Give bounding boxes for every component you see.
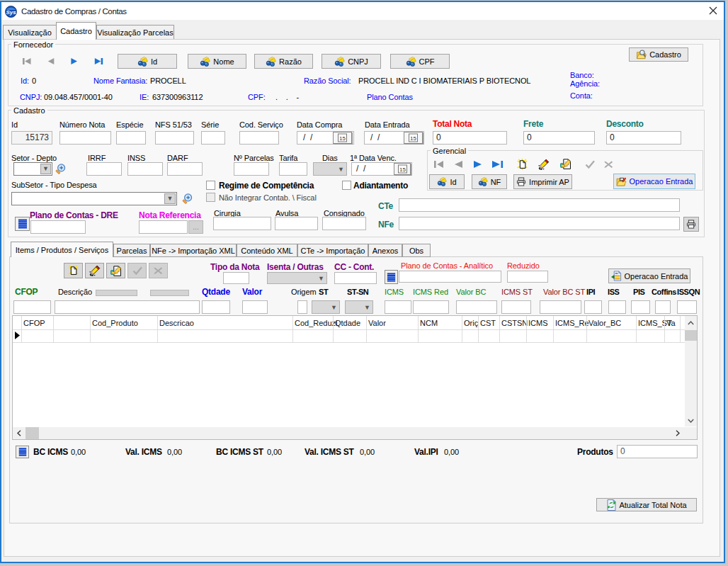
svg-text:Sys: Sys xyxy=(6,9,16,16)
